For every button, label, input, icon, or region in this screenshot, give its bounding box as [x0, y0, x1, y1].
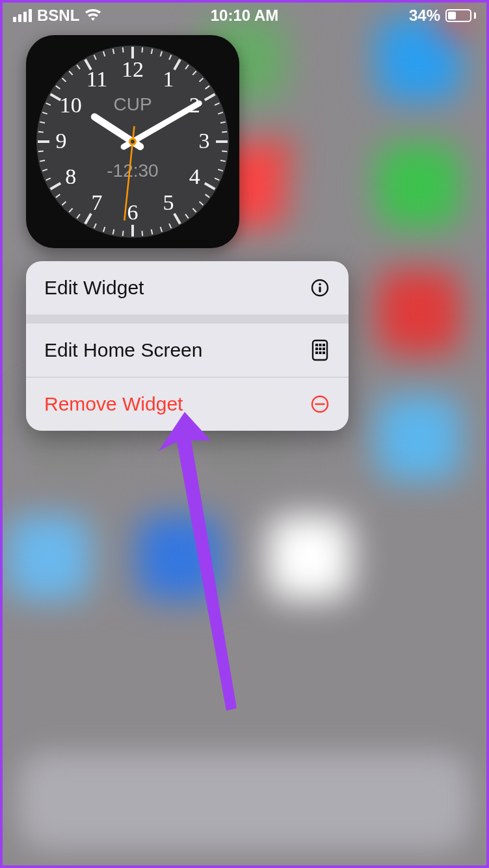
- menu-item-edit-widget[interactable]: Edit Widget: [26, 261, 349, 314]
- analog-clock-face: 121234567891011 CUP -12:30: [35, 44, 230, 239]
- clock-widget[interactable]: 121234567891011 CUP -12:30: [26, 35, 239, 248]
- svg-rect-80: [319, 287, 321, 292]
- clock-offset: -12:30: [107, 160, 158, 181]
- svg-rect-86: [319, 348, 322, 350]
- svg-line-47: [38, 132, 44, 133]
- clock-time: 10:10 AM: [211, 6, 278, 25]
- svg-rect-88: [315, 351, 318, 354]
- svg-rect-90: [323, 351, 325, 354]
- remove-icon: [310, 394, 330, 415]
- svg-text:11: 11: [86, 67, 108, 91]
- svg-text:9: 9: [56, 129, 67, 153]
- home-screen-icon: [310, 340, 330, 361]
- menu-item-label: Edit Home Screen: [44, 339, 202, 361]
- svg-text:6: 6: [127, 200, 139, 224]
- svg-rect-87: [323, 348, 325, 350]
- status-bar: BSNL 10:10 AM 34%: [3, 3, 486, 29]
- info-icon: [310, 277, 330, 298]
- svg-line-30: [142, 231, 142, 236]
- menu-item-edit-home-screen[interactable]: Edit Home Screen: [26, 324, 349, 377]
- cellular-signal-icon: [13, 9, 32, 22]
- svg-line-15: [222, 132, 227, 133]
- menu-item-label: Remove Widget: [44, 393, 183, 415]
- clock-city-code: CUP: [113, 94, 152, 114]
- svg-text:3: 3: [199, 129, 210, 153]
- svg-line-32: [123, 231, 124, 236]
- dock: [18, 752, 471, 850]
- svg-text:12: 12: [122, 57, 144, 81]
- svg-text:5: 5: [163, 190, 174, 214]
- widget-context-menu: Edit Widget Edit Home Screen Remove Widg…: [26, 261, 349, 431]
- svg-text:8: 8: [65, 164, 76, 188]
- svg-point-79: [319, 283, 321, 286]
- battery-icon: [445, 9, 476, 22]
- svg-line-60: [123, 47, 124, 53]
- svg-text:1: 1: [163, 67, 174, 91]
- menu-item-remove-widget[interactable]: Remove Widget: [26, 377, 349, 431]
- svg-rect-84: [323, 344, 325, 346]
- svg-text:4: 4: [189, 164, 200, 188]
- svg-text:10: 10: [60, 93, 82, 117]
- svg-line-45: [38, 151, 44, 151]
- svg-line-17: [222, 151, 227, 151]
- svg-rect-82: [315, 344, 318, 346]
- svg-rect-85: [315, 348, 318, 350]
- menu-item-label: Edit Widget: [44, 277, 144, 299]
- wifi-icon: [85, 9, 101, 22]
- svg-text:7: 7: [92, 190, 103, 214]
- svg-point-77: [131, 140, 135, 144]
- svg-rect-83: [319, 344, 322, 346]
- carrier-label: BSNL: [37, 6, 79, 25]
- svg-line-2: [142, 47, 142, 53]
- battery-percent: 34%: [409, 6, 440, 25]
- svg-rect-89: [319, 351, 322, 354]
